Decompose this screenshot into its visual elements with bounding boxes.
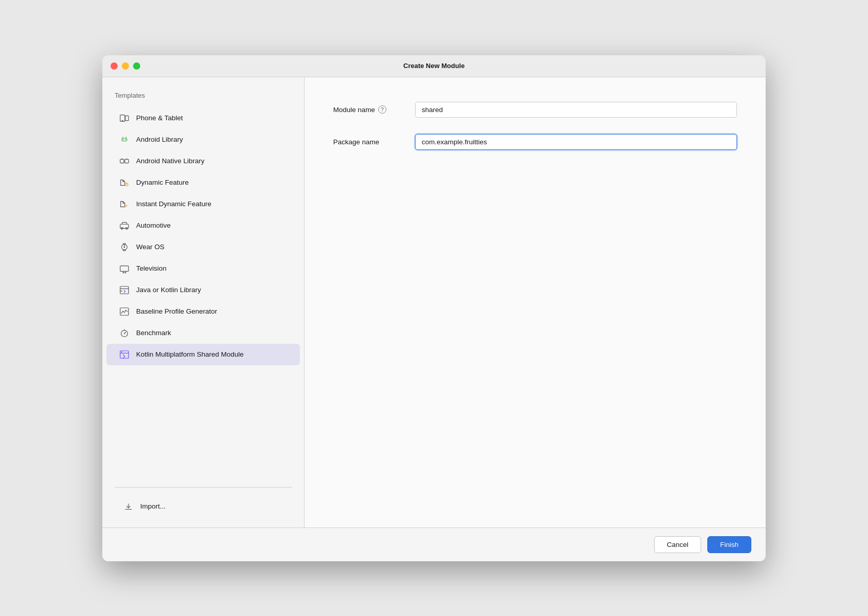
svg-point-14 (126, 185, 127, 185)
svg-point-5 (123, 139, 124, 140)
module-name-label: Module name ? (333, 105, 405, 114)
sidebar-item-android-native-library[interactable]: Android Native Library (106, 150, 300, 172)
sidebar-item-label-phone-tablet: Phone & Tablet (136, 114, 183, 122)
sidebar-item-phone-tablet[interactable]: Phone & Tablet (106, 107, 300, 129)
sidebar-item-label-java-kotlin-library: Java or Kotlin Library (136, 286, 201, 294)
svg-rect-19 (123, 243, 126, 244)
svg-rect-8 (125, 159, 128, 163)
instant-dynamic-feature-icon (119, 199, 130, 210)
dialog-content: Templates Phone & Tablet (102, 77, 766, 527)
sidebar-item-dynamic-feature[interactable]: Dynamic Feature (106, 172, 300, 193)
main-content: Module name ? Package name (305, 77, 766, 527)
sidebar-item-kotlin-multiplatform[interactable]: Kotlin Multiplatform Shared Module (106, 344, 300, 365)
kotlin-multiplatform-icon (119, 349, 130, 360)
svg-rect-7 (120, 159, 124, 163)
sidebar-item-automotive[interactable]: Automotive (106, 215, 300, 236)
svg-point-6 (125, 139, 126, 140)
create-new-module-dialog: Create New Module Templates Phone & Tabl… (102, 55, 766, 561)
svg-rect-1 (125, 116, 128, 120)
traffic-lights (111, 62, 140, 70)
sidebar-item-label-dynamic-feature: Dynamic Feature (136, 179, 189, 186)
sidebar-item-label-wear-os: Wear OS (136, 243, 164, 251)
sidebar-item-label-import: Import... (140, 502, 166, 510)
dynamic-feature-icon (119, 177, 130, 188)
sidebar-item-java-kotlin-library[interactable]: Java or Kotlin Library (106, 279, 300, 301)
finish-button[interactable]: Finish (707, 536, 751, 553)
sidebar-divider (115, 487, 292, 488)
sidebar-item-label-television: Television (136, 265, 166, 272)
sidebar-item-label-automotive: Automotive (136, 222, 171, 229)
svg-rect-20 (123, 250, 126, 251)
sidebar-item-label-android-library: Android Library (136, 136, 183, 143)
java-kotlin-library-icon (119, 284, 130, 296)
android-library-icon (119, 134, 130, 145)
module-name-input[interactable] (415, 102, 737, 118)
sidebar-item-android-library[interactable]: Android Library (106, 129, 300, 150)
android-native-library-icon (119, 156, 130, 167)
wear-os-icon (119, 241, 130, 253)
module-name-row: Module name ? (333, 102, 737, 118)
minimize-button[interactable] (122, 62, 129, 70)
sidebar-item-baseline-profile-generator[interactable]: Baseline Profile Generator (106, 301, 300, 322)
sidebar-item-label-android-native-library: Android Native Library (136, 157, 205, 165)
package-name-input[interactable] (415, 134, 737, 150)
sidebar-item-label-baseline-profile-generator: Baseline Profile Generator (136, 307, 217, 315)
sidebar-footer: Import... (102, 496, 304, 517)
maximize-button[interactable] (133, 62, 140, 70)
templates-label: Templates (102, 92, 304, 107)
package-name-row: Package name (333, 134, 737, 150)
svg-point-21 (124, 246, 125, 248)
baseline-profile-icon (119, 306, 130, 317)
sidebar-item-wear-os[interactable]: Wear OS (106, 236, 300, 258)
sidebar-item-label-benchmark: Benchmark (136, 329, 171, 337)
sidebar-items-list: Phone & Tablet Android Library (102, 107, 304, 479)
television-icon (119, 263, 130, 274)
sidebar-item-instant-dynamic-feature[interactable]: Instant Dynamic Feature (106, 193, 300, 215)
sidebar-item-import[interactable]: Import... (111, 496, 296, 517)
title-bar: Create New Module (102, 55, 766, 77)
sidebar-item-benchmark[interactable]: Benchmark (106, 322, 300, 344)
svg-point-32 (124, 333, 125, 334)
phone-tablet-icon (119, 113, 130, 124)
sidebar-item-label-kotlin-multiplatform: Kotlin Multiplatform Shared Module (136, 350, 244, 358)
module-name-help-icon[interactable]: ? (378, 105, 386, 114)
package-name-label: Package name (333, 138, 405, 146)
cancel-button[interactable]: Cancel (654, 536, 701, 553)
sidebar-item-label-instant-dynamic-feature: Instant Dynamic Feature (136, 200, 211, 208)
sidebar: Templates Phone & Tablet (102, 77, 305, 527)
automotive-icon (119, 220, 130, 231)
svg-rect-23 (120, 266, 128, 271)
window-title: Create New Module (403, 62, 465, 70)
import-icon (123, 501, 134, 512)
sidebar-item-television[interactable]: Television (106, 258, 300, 279)
dialog-footer: Cancel Finish (102, 527, 766, 561)
close-button[interactable] (111, 62, 118, 70)
benchmark-icon (119, 327, 130, 339)
